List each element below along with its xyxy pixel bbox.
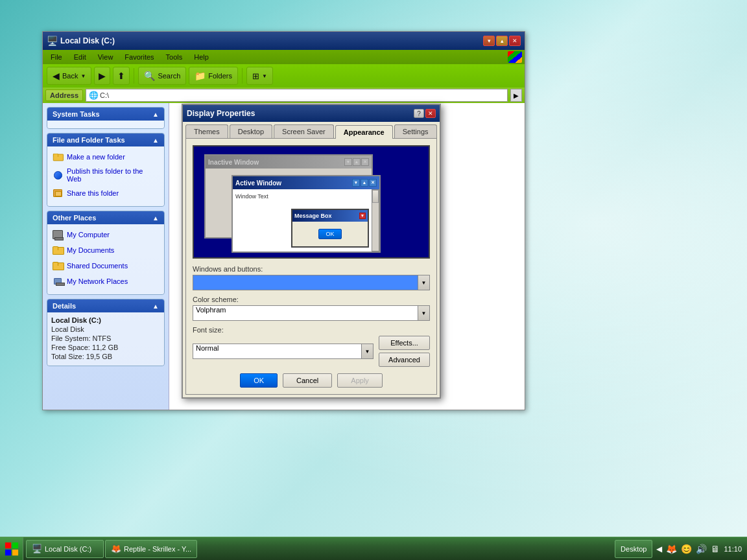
tab-desktop[interactable]: Desktop	[230, 124, 272, 138]
ok-button[interactable]: OK	[240, 373, 278, 388]
address-bar: Address 🌐 C:\ ▶	[43, 88, 525, 103]
views-arrow-icon: ▼	[262, 73, 267, 79]
toolbar: ◀ Back ▼ ▶ ⬆ 🔍 Search 📁 Folders ⊞ ▼	[43, 64, 525, 88]
font-size-row-container: Font size: Normal ▼ Effects... Advanced	[193, 326, 430, 367]
network-icon	[53, 276, 63, 286]
inactive-window-title: Inactive Window	[208, 159, 259, 166]
color-scheme-select[interactable]: Volphram	[193, 306, 418, 320]
font-size-select[interactable]: Normal	[193, 344, 361, 358]
close-button[interactable]: ✕	[509, 36, 521, 46]
share-label: Share this folder	[67, 189, 119, 197]
taskbar-item-music[interactable]: 🦊 Reptile - Skrillex - Y...	[105, 540, 197, 558]
menu-view[interactable]: View	[93, 52, 119, 62]
advanced-button[interactable]: Advanced	[379, 353, 430, 367]
effects-button[interactable]: Effects...	[379, 336, 430, 350]
menu-edit[interactable]: Edit	[69, 52, 91, 62]
back-label: Back	[62, 72, 78, 80]
sidebar-section-header-system-tasks[interactable]: System Tasks ▲	[47, 108, 164, 121]
sidebar-item-publish[interactable]: Publish this folder to the Web	[51, 166, 160, 184]
new-folder-icon	[53, 152, 63, 162]
address-input[interactable]: C:\	[100, 91, 504, 99]
address-go-button[interactable]: ▶	[510, 89, 522, 102]
explorer-icon: 🖥️	[47, 36, 58, 46]
color-scheme-select-container[interactable]: Volphram ▼	[193, 305, 430, 321]
taskbar-item-explorer[interactable]: 🖥️ Local Disk (C:)	[26, 540, 104, 558]
desktop-button[interactable]: Desktop	[615, 540, 652, 558]
sidebar-section-header-other-places[interactable]: Other Places ▲	[47, 211, 164, 224]
up-button[interactable]: ⬆	[113, 67, 130, 85]
preview-message-body: OK	[292, 222, 368, 246]
sidebar-item-new-folder[interactable]: Make a new folder	[51, 150, 160, 163]
preview-ok-button[interactable]: OK	[318, 229, 341, 239]
address-icon: 🌐	[89, 91, 99, 100]
sidebar-item-shared-documents[interactable]: Shared Documents	[51, 259, 160, 272]
sidebar-item-my-computer[interactable]: My Computer	[51, 228, 160, 241]
sidebar-section-header-details[interactable]: Details ▲	[47, 299, 164, 312]
svg-rect-1	[12, 542, 18, 548]
taskbar-firefox-icon: 🦊	[111, 544, 121, 554]
sidebar-section-header-file-tasks[interactable]: File and Folder Tasks ▲	[47, 134, 164, 146]
start-button[interactable]	[0, 537, 23, 561]
inactive-close-icon: ✕	[361, 158, 369, 166]
tab-appearance[interactable]: Appearance	[335, 125, 393, 139]
menu-tools[interactable]: Tools	[161, 52, 188, 62]
windows-buttons-select[interactable]	[193, 275, 418, 290]
details-fs: File System: NTFS	[51, 334, 160, 342]
tab-themes[interactable]: Themes	[185, 124, 228, 138]
dialog-titlebar: Display Properties ? ✕	[183, 105, 440, 122]
dialog-close-button[interactable]: ✕	[425, 109, 436, 118]
menu-favorites[interactable]: Favorites	[119, 52, 159, 62]
active-close-icon: ✕	[369, 179, 377, 187]
svg-rect-0	[5, 542, 10, 548]
sidebar-section-system-tasks: System Tasks ▲	[47, 107, 165, 129]
font-size-select-container[interactable]: Normal ▼	[193, 344, 374, 359]
menu-bar: File Edit View Favorites Tools Help	[43, 50, 525, 64]
folders-button[interactable]: 📁 Folders	[189, 67, 238, 85]
cancel-button[interactable]: Cancel	[283, 373, 332, 388]
menu-help[interactable]: Help	[189, 52, 214, 62]
windows-buttons-select-arrow[interactable]: ▼	[418, 275, 429, 290]
dialog-content: Inactive Window ▾ ▴ ✕ Active Window ▾ ▴	[185, 138, 437, 395]
dialog-help-button[interactable]: ?	[414, 109, 424, 118]
maximize-button[interactable]: ▴	[496, 36, 508, 46]
active-min-icon: ▾	[352, 179, 360, 187]
forward-button[interactable]: ▶	[94, 67, 110, 85]
menu-file[interactable]: File	[45, 52, 67, 62]
details-type: Local Disk	[51, 325, 160, 333]
scrollbar-thumb	[372, 190, 379, 203]
tab-screen-saver[interactable]: Screen Saver	[274, 124, 334, 138]
explorer-titlebar: 🖥️ Local Disk (C:) ▾ ▴ ✕	[43, 32, 525, 50]
preview-active-titlebar: Active Window ▾ ▴ ✕	[233, 176, 379, 189]
tray-firefox-icon: 🦊	[666, 544, 677, 554]
back-button[interactable]: ◀ Back ▼	[47, 67, 91, 85]
taskbar-music-label: Reptile - Skrillex - Y...	[124, 545, 191, 553]
minimize-button[interactable]: ▾	[483, 36, 495, 46]
sidebar-item-my-network[interactable]: My Network Places	[51, 275, 160, 288]
views-button[interactable]: ⊞ ▼	[246, 67, 273, 85]
sidebar-section-file-tasks: File and Folder Tasks ▲ Make a new folde…	[47, 133, 165, 207]
tray-network-icon: 🖥	[711, 544, 720, 554]
inactive-title-buttons: ▾ ▴ ✕	[344, 158, 369, 166]
apply-button[interactable]: Apply	[337, 373, 383, 388]
collapse-icon-details: ▲	[152, 303, 159, 310]
windows-buttons-label: Windows and buttons:	[193, 265, 430, 273]
active-title-buttons: ▾ ▴ ✕	[352, 179, 377, 187]
windows-buttons-row: Windows and buttons: ▼	[193, 265, 430, 290]
new-folder-label: Make a new folder	[67, 153, 125, 161]
details-label: Details	[53, 302, 76, 310]
active-window-title: Active Window	[235, 180, 281, 187]
window-text: Window Text	[235, 192, 268, 249]
sidebar-item-share[interactable]: Share this folder	[51, 187, 160, 200]
font-size-select-arrow[interactable]: ▼	[361, 344, 373, 358]
color-scheme-select-arrow[interactable]: ▼	[418, 306, 429, 320]
tab-settings[interactable]: Settings	[394, 124, 437, 138]
back-arrow-icon: ▼	[80, 73, 86, 79]
search-button[interactable]: 🔍 Search	[138, 67, 186, 85]
titlebar-left: 🖥️ Local Disk (C:)	[47, 36, 115, 46]
windows-buttons-select-container[interactable]: ▼	[193, 275, 430, 290]
sidebar-item-my-documents[interactable]: My Documents	[51, 244, 160, 257]
details-free: Free Space: 11,2 GB	[51, 344, 160, 351]
my-network-label: My Network Places	[67, 277, 128, 285]
sidebar-section-other-places: Other Places ▲ My Computer My Doc	[47, 211, 165, 295]
toolbar-separator-2	[242, 68, 243, 84]
